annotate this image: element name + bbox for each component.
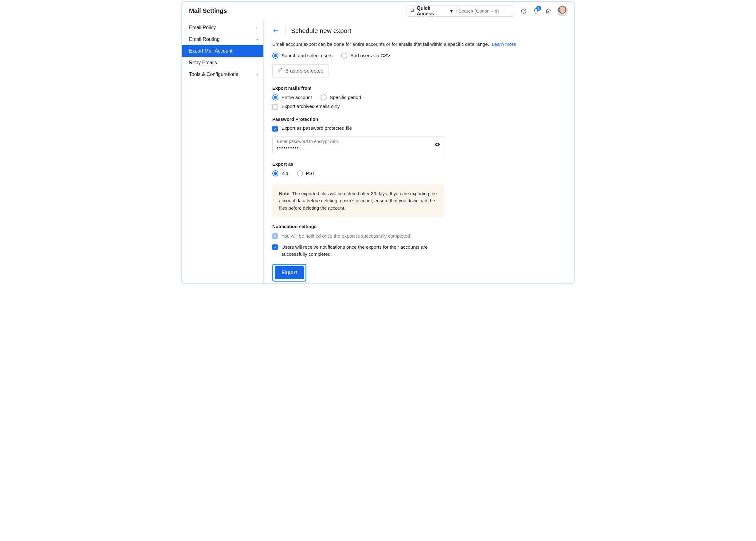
radio-specific-period[interactable]: Specific period	[320, 94, 361, 101]
back-arrow-icon[interactable]	[272, 27, 280, 34]
sidebar-item-email-routing[interactable]: Email Routing ›	[182, 34, 263, 45]
radio-add-users-csv[interactable]: Add users via CSV	[341, 53, 390, 59]
chevron-right-icon: ›	[256, 72, 258, 77]
checkbox-label: You will be notified once the export is …	[281, 233, 411, 240]
sidebar-item-label: Retry Emails	[189, 60, 217, 66]
radio-pst[interactable]: PST	[297, 170, 315, 177]
sidebar-item-label: Email Routing	[189, 37, 220, 42]
svg-line-1	[413, 11, 414, 12]
sidebar: Email Policy › Email Routing › Export Ma…	[182, 20, 264, 283]
notification-badge: 1	[536, 6, 541, 11]
checkbox-label: Export archived emails only	[281, 104, 340, 109]
sidebar-item-label: Email Policy	[189, 25, 216, 30]
users-selected-button[interactable]: 3 users selected	[272, 64, 329, 78]
quick-access-search[interactable]: Quick Access ▾	[407, 6, 514, 17]
svg-point-5	[437, 144, 438, 145]
search-icon	[410, 8, 415, 14]
password-input[interactable]	[277, 145, 424, 150]
home-icon[interactable]	[545, 8, 552, 14]
svg-point-0	[411, 9, 414, 11]
note-prefix: Note:	[279, 191, 291, 196]
page-description: Email account export can be done for ent…	[272, 42, 489, 47]
export-button-highlight: Export	[272, 264, 306, 281]
checkbox-password-protected[interactable]: Export as password protected file	[272, 125, 352, 132]
export-from-label: Export mails from	[272, 86, 565, 91]
radio-label: Add users via CSV	[350, 53, 390, 58]
divider	[285, 27, 285, 35]
eye-icon[interactable]	[434, 141, 440, 149]
note-text: The exported files will be deleted after…	[279, 191, 437, 211]
radio-zip[interactable]: Zip	[272, 170, 288, 177]
checkbox-self-notify: You will be notified once the export is …	[272, 233, 565, 240]
radio-label: Search and select users	[281, 53, 332, 58]
checkbox-users-notify[interactable]: Users will receive notifications once th…	[272, 244, 565, 258]
checkbox-label: Export as password protected file	[281, 125, 352, 131]
export-button[interactable]: Export	[275, 266, 304, 279]
radio-label: PST	[306, 171, 315, 176]
page-title: Schedule new export	[291, 27, 351, 34]
users-selected-label: 3 users selected	[285, 68, 324, 74]
sidebar-item-tools-config[interactable]: Tools & Configurations ›	[182, 69, 263, 80]
password-field-label: Enter password to encrypt with	[277, 139, 440, 144]
radio-label: Specific period	[330, 95, 361, 100]
svg-point-3	[523, 12, 524, 12]
app-title: Mail Settings	[189, 7, 227, 14]
sidebar-item-label: Export Mail Account	[189, 48, 232, 54]
bell-icon[interactable]: 1	[533, 8, 539, 14]
learn-more-link[interactable]: Learn more	[492, 42, 516, 47]
export-as-label: Export as	[272, 161, 565, 167]
chevron-right-icon: ›	[256, 25, 258, 30]
checkbox-archived-only[interactable]: Export archived emails only	[272, 104, 340, 110]
checkbox-label: Users will receive notifications once th…	[281, 244, 441, 258]
search-input[interactable]	[459, 8, 511, 14]
caret-down-icon: ▾	[450, 8, 453, 14]
pencil-icon	[277, 68, 282, 74]
radio-label: Zip	[281, 171, 288, 176]
sidebar-item-label: Tools & Configurations	[189, 72, 238, 77]
quick-access-label[interactable]: Quick Access	[417, 6, 448, 17]
sidebar-item-export-mail-account[interactable]: Export Mail Account	[182, 45, 263, 57]
note-box: Note: The exported files will be deleted…	[272, 185, 444, 217]
password-field[interactable]: Enter password to encrypt with	[272, 136, 444, 154]
avatar[interactable]	[557, 6, 567, 16]
password-protection-label: Password Protection	[272, 117, 565, 122]
sidebar-item-retry-emails[interactable]: Retry Emails	[182, 57, 263, 69]
chevron-right-icon: ›	[256, 37, 258, 42]
radio-entire-account[interactable]: Entire account	[272, 94, 312, 101]
notification-settings-label: Notification settings	[272, 224, 565, 229]
sidebar-item-email-policy[interactable]: Email Policy ›	[182, 22, 263, 34]
radio-label: Entire account	[281, 95, 312, 100]
help-icon[interactable]	[520, 8, 527, 14]
radio-search-select-users[interactable]: Search and select users	[272, 53, 332, 59]
